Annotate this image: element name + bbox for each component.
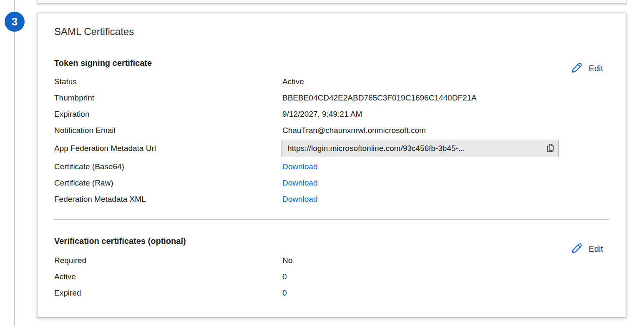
field-label: Expiration [54,110,282,119]
edit-verification-certificates-button[interactable]: Edit [569,241,603,257]
url-value: https://login.microsoftonline.com/93c456… [282,144,542,153]
active-count-row: Active 0 [54,268,609,285]
step-number-badge: 3 [5,12,25,32]
url-field-wrapper: https://login.microsoftonline.com/93c456… [282,140,559,157]
required-value: No [282,256,292,265]
edit-button-label: Edit [589,64,603,73]
field-label: Notification Email [54,126,282,135]
step-rail-line [14,0,15,326]
pencil-icon [569,61,584,76]
expiration-row: Expiration 9/12/2027, 9:49:21 AM [54,106,609,122]
token-signing-certificate-section: Edit Token signing certificate Status Ac… [54,58,609,207]
active-count-value: 0 [282,272,287,281]
field-label: App Federation Metadata Url [54,144,282,153]
download-federation-metadata-xml-link[interactable]: Download [282,195,318,204]
expired-count-value: 0 [282,288,287,298]
thumbprint-value: BBEBE04CD42E2ABD765C3F019C1696C1440DF21A [282,93,477,103]
verification-certificates-section: Edit Verification certificates (optional… [54,236,609,301]
field-label: Certificate (Base64) [54,162,282,171]
field-label: Status [54,77,282,86]
field-label: Thumbprint [54,93,282,103]
saml-certificates-panel: SAML Certificates Edit Token signing cer… [37,13,626,318]
step-number: 3 [12,15,18,28]
edit-button-label: Edit [589,244,603,254]
download-certificate-base64-link[interactable]: Download [282,162,318,171]
status-value: Active [282,77,304,86]
saml-certificates-screen: 3 SAML Certificates Edit Token signing c… [0,0,644,326]
field-label: Federation Metadata XML [54,195,282,204]
certificate-raw-row: Certificate (Raw) Download [54,175,609,191]
field-label: Required [54,256,282,265]
edit-token-signing-certificate-button[interactable]: Edit [569,61,603,76]
required-row: Required No [54,252,609,268]
field-label: Expired [54,288,282,298]
pencil-icon [569,241,584,257]
expiration-value: 9/12/2027, 9:49:21 AM [282,110,362,119]
app-federation-metadata-url-row: App Federation Metadata Url https://logi… [54,138,609,158]
expired-count-row: Expired 0 [54,285,609,301]
certificate-base64-row: Certificate (Base64) Download [54,158,609,175]
app-federation-metadata-url-field[interactable]: https://login.microsoftonline.com/93c456… [282,140,559,157]
field-label: Certificate (Raw) [54,178,282,188]
section-heading: Token signing certificate [54,58,609,68]
download-certificate-raw-link[interactable]: Download [282,178,318,188]
notification-email-row: Notification Email ChauTran@chaunxnrwl.o… [54,122,609,138]
status-row: Status Active [54,73,609,90]
notification-email-value: ChauTran@chaunxnrwl.onmicrosoft.com [282,126,426,135]
federation-metadata-xml-row: Federation Metadata XML Download [54,191,609,207]
thumbprint-row: Thumbprint BBEBE04CD42E2ABD765C3F019C169… [54,90,609,106]
section-heading: Verification certificates (optional) [54,236,609,246]
section-divider [54,219,609,220]
copy-url-button[interactable] [542,140,558,157]
copy-icon [545,143,556,155]
panel-title: SAML Certificates [54,25,609,38]
previous-step-card-edge [37,0,626,4]
field-label: Active [54,272,282,281]
